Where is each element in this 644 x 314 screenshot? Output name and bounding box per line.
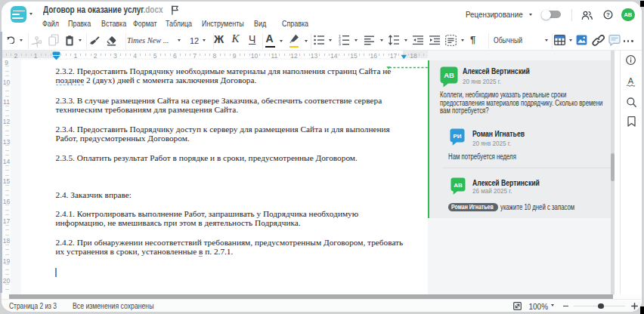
svg-text:РИ: РИ (453, 133, 461, 140)
svg-text:АВ: АВ (444, 71, 454, 79)
svg-text:?: ? (606, 11, 610, 18)
svg-text:АВ: АВ (454, 182, 463, 189)
svg-text:3: 3 (339, 42, 341, 45)
svg-text:А: А (628, 76, 634, 85)
